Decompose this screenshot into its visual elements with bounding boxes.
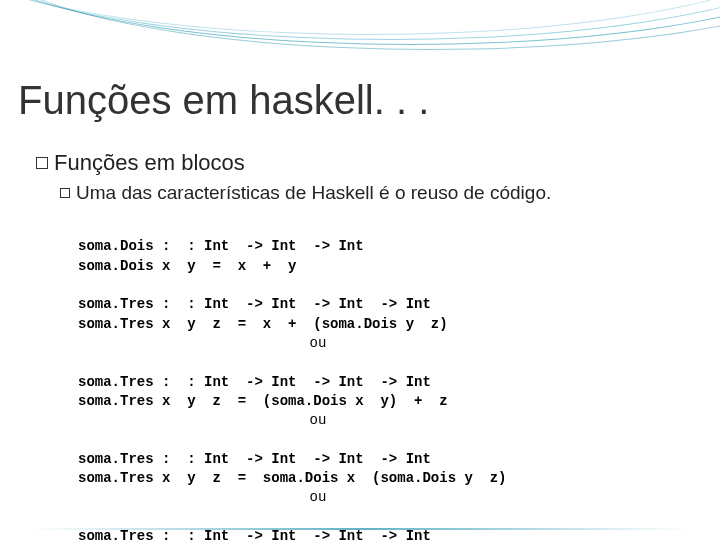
bullet-level2-text: Uma das características de Haskell é o r… <box>76 182 551 204</box>
code-line: soma.Tres : : Int -> Int -> Int -> Int <box>78 374 431 390</box>
code-line: soma.Tres x y z = soma.Dois x (soma.Dois… <box>78 470 506 486</box>
slide-title: Funções em haskell. . . <box>18 78 429 123</box>
bullet-icon <box>60 188 70 198</box>
code-separator: ou <box>78 334 558 353</box>
code-line: soma.Tres : : Int -> Int -> Int -> Int <box>78 296 431 312</box>
code-line: soma.Dois x y = x + y <box>78 258 296 274</box>
code-line: soma.Tres x y z = x + (soma.Dois y z) <box>78 316 448 332</box>
code-line: soma.Tres x y z = (soma.Dois x y) + z <box>78 393 448 409</box>
code-block: soma.Dois : : Int -> Int -> Int soma.Doi… <box>78 218 558 540</box>
code-separator: ou <box>78 411 558 430</box>
bullet-level1-text: Funções em blocos <box>54 150 245 176</box>
code-separator: ou <box>78 488 558 507</box>
code-line: soma.Tres : : Int -> Int -> Int -> Int <box>78 451 431 467</box>
decorative-divider <box>30 528 690 530</box>
bullet-level2: Uma das características de Haskell é o r… <box>60 182 551 204</box>
bullet-level1: Funções em blocos <box>36 150 245 176</box>
code-line: soma.Dois : : Int -> Int -> Int <box>78 238 364 254</box>
bullet-icon <box>36 157 48 169</box>
decorative-waves <box>0 0 720 80</box>
